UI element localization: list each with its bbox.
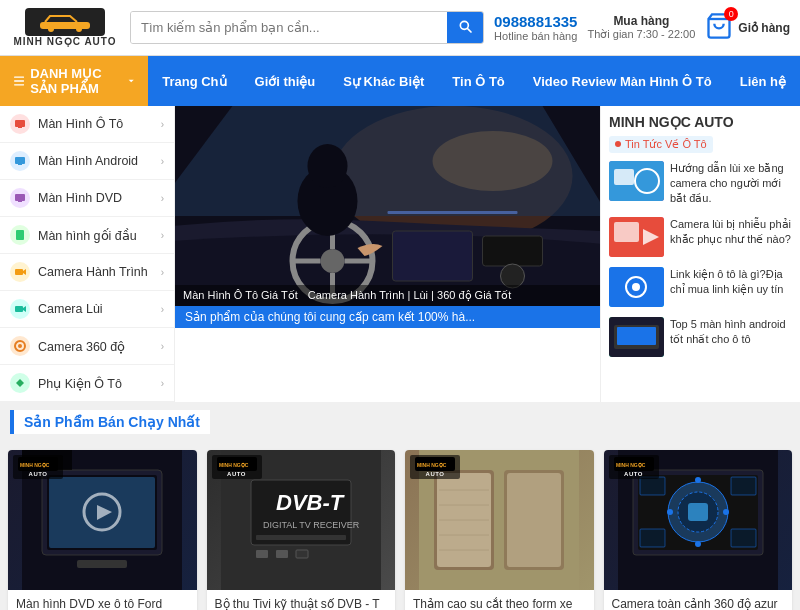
sidebar-arrow-4: › — [161, 267, 164, 278]
nav-item-gioithieu[interactable]: Giới thiệu — [241, 56, 330, 106]
svg-point-19 — [18, 344, 22, 348]
search-button[interactable] — [447, 12, 483, 43]
svg-text:MINH NGỌC: MINH NGỌC — [219, 462, 249, 468]
right-panel: MINH NGỌC AUTO Tin Tức Về Ô Tô Hướng dẫn… — [600, 106, 800, 402]
banner-svg — [175, 106, 600, 306]
right-panel-title: MINH NGỌC AUTO — [609, 114, 792, 130]
svg-rect-12 — [18, 201, 22, 202]
sidebar-item-manhinh-oto[interactable]: Màn Hình Ô Tô › — [0, 106, 174, 143]
section-header: Sản Phẩm Bán Chạy Nhất — [0, 402, 800, 442]
svg-rect-0 — [40, 22, 90, 29]
svg-rect-11 — [15, 194, 25, 201]
product-card-0[interactable]: MINH NGỌC AUTO Màn hình DVD xe ô tô Ford… — [8, 450, 197, 610]
svg-point-1 — [48, 26, 54, 32]
svg-text:MINH NGỌC: MINH NGỌC — [616, 462, 646, 468]
news-item-1[interactable]: Camera lùi bị nhiễu phải khắc phục như t… — [609, 217, 792, 257]
svg-rect-46 — [617, 327, 656, 345]
logo-badge-2: MINH NGỌC AUTO — [410, 455, 460, 479]
nav-item-video[interactable]: Video Review Màn Hình Ô Tô — [519, 56, 726, 106]
svg-point-2 — [76, 26, 82, 32]
news-item-2[interactable]: Link kiện ô tô là gì?Địa chỉ mua linh ki… — [609, 267, 792, 307]
sidebar-icon-dvd — [10, 188, 30, 208]
banner-text-1: Màn Hình Ô Tô Giá Tốt — [183, 289, 298, 302]
search-input[interactable] — [131, 12, 447, 43]
phone-sub: Hotline bán hàng — [494, 30, 577, 42]
banner: Màn Hình Ô Tô Giá Tốt Camera Hành Trình … — [175, 106, 600, 306]
logo-icon — [25, 8, 105, 36]
danhmuc-label: DANH MỤC SẢN PHẨM — [30, 66, 122, 96]
hours-time: Thời gian 7:30 - 22:00 — [587, 28, 695, 41]
news-tag-label: Tin Tức Về Ô Tô — [625, 138, 707, 151]
nav-danhmuc[interactable]: DANH MỤC SẢN PHẨM — [0, 56, 148, 106]
sidebar-item-camera-lui[interactable]: Camera Lùi › — [0, 291, 174, 328]
svg-rect-13 — [16, 230, 24, 240]
news-item-text-1: Camera lùi bị nhiễu phải khắc phục như t… — [670, 217, 792, 248]
banner-image — [175, 106, 600, 306]
sidebar-icon-camera-hanh-trinh — [10, 262, 30, 282]
product-img-wrap-0: MINH NGỌC AUTO — [8, 450, 197, 590]
nav-bar: DANH MỤC SẢN PHẨM Trang Chủ Giới thiệu S… — [0, 56, 800, 106]
news-item-0[interactable]: Hướng dẫn lùi xe bằng camera cho người m… — [609, 161, 792, 207]
svg-rect-16 — [15, 306, 23, 312]
sidebar-arrow-3: › — [161, 230, 164, 241]
banner-text-2: Camera Hành Trình | Lùi | 360 độ Giá Tốt — [308, 289, 512, 302]
hours-block: Mua hàng Thời gian 7:30 - 22:00 — [587, 14, 695, 41]
products-grid: MINH NGỌC AUTO Màn hình DVD xe ô tô Ford… — [0, 442, 800, 610]
sidebar-item-goidau[interactable]: Màn hình gối đầu › — [0, 217, 174, 254]
sidebar-item-dvd[interactable]: Màn Hình DVD › — [0, 180, 174, 217]
nav-item-tinoto[interactable]: Tin Ô Tô — [438, 56, 518, 106]
cart-area[interactable]: 0 Giỏ hàng — [705, 12, 790, 43]
svg-point-85 — [695, 477, 701, 483]
svg-rect-84 — [688, 503, 708, 521]
cart-label: Giỏ hàng — [738, 21, 790, 35]
svg-text:DVB-T: DVB-T — [276, 490, 345, 515]
product-name-1: Bộ thu Tivi kỹ thuật số DVB - T cho Ôtô — [207, 590, 396, 610]
banner-caption: Màn Hình Ô Tô Giá Tốt Camera Hành Trình … — [175, 285, 600, 306]
news-item-3[interactable]: Top 5 màn hình android tốt nhất cho ô tô — [609, 317, 792, 357]
svg-rect-91 — [640, 529, 665, 547]
sidebar-item-camera-360[interactable]: Camera 360 độ › — [0, 328, 174, 365]
sidebar-item-phukien[interactable]: Phụ Kiện Ô Tô › — [0, 365, 174, 402]
sidebar-icon-camera-lui — [10, 299, 30, 319]
svg-rect-89 — [640, 477, 665, 495]
nav-item-sukhacbiet[interactable]: Sự Khác Biệt — [329, 56, 438, 106]
svg-rect-6 — [14, 84, 24, 85]
logo: MINH NGỌC AUTO — [10, 8, 120, 47]
product-card-3[interactable]: MINH NGỌC AUTO Camera toàn cảnh 360 độ a… — [604, 450, 793, 610]
svg-text:DIGITAL TV RECEIVER: DIGITAL TV RECEIVER — [263, 520, 360, 530]
svg-point-43 — [632, 283, 640, 291]
logo-badge-3: MINH NGỌC AUTO — [609, 455, 659, 479]
svg-rect-76 — [507, 473, 561, 567]
svg-rect-9 — [15, 157, 25, 164]
nav-item-trangchu[interactable]: Trang Chủ — [148, 56, 240, 106]
sidebar-item-camera-hanhTrinh[interactable]: Camera Hành Trình › — [0, 254, 174, 291]
svg-marker-15 — [23, 269, 26, 275]
svg-rect-4 — [14, 77, 24, 78]
product-card-2[interactable]: MINH NGỌC AUTO Thảm cao su cắt theo form… — [405, 450, 594, 610]
menu-icon — [14, 74, 24, 88]
svg-point-88 — [723, 509, 729, 515]
sidebar-arrow-6: › — [161, 341, 164, 352]
cart-badge: 0 — [724, 7, 738, 21]
svg-rect-62 — [256, 550, 268, 558]
sidebar: Màn Hình Ô Tô › Màn Hình Android › Màn H… — [0, 106, 175, 402]
header: MINH NGỌC AUTO 0988881335 Hotline bán hà… — [0, 0, 800, 56]
svg-rect-10 — [18, 164, 22, 165]
sidebar-item-android[interactable]: Màn Hình Android › — [0, 143, 174, 180]
news-dot — [615, 141, 621, 147]
sidebar-icon-manhinh — [10, 114, 30, 134]
product-card-1[interactable]: DVB-T DIGITAL TV RECEIVER MINH NGỌC AUTO… — [207, 450, 396, 610]
product-img-wrap-2: MINH NGỌC AUTO — [405, 450, 594, 590]
svg-point-87 — [667, 509, 673, 515]
sidebar-arrow-5: › — [161, 304, 164, 315]
svg-rect-7 — [15, 120, 25, 127]
hours-label: Mua hàng — [587, 14, 695, 28]
svg-rect-34 — [388, 211, 518, 214]
news-thumb-0 — [609, 161, 664, 201]
svg-rect-63 — [276, 550, 288, 558]
svg-rect-64 — [296, 550, 308, 558]
search-bar[interactable] — [130, 11, 484, 44]
nav-item-lienhe[interactable]: Liên hệ — [726, 56, 800, 106]
main-content: Màn Hình Ô Tô › Màn Hình Android › Màn H… — [0, 106, 800, 402]
center-content: Màn Hình Ô Tô Giá Tốt Camera Hành Trình … — [175, 106, 600, 402]
